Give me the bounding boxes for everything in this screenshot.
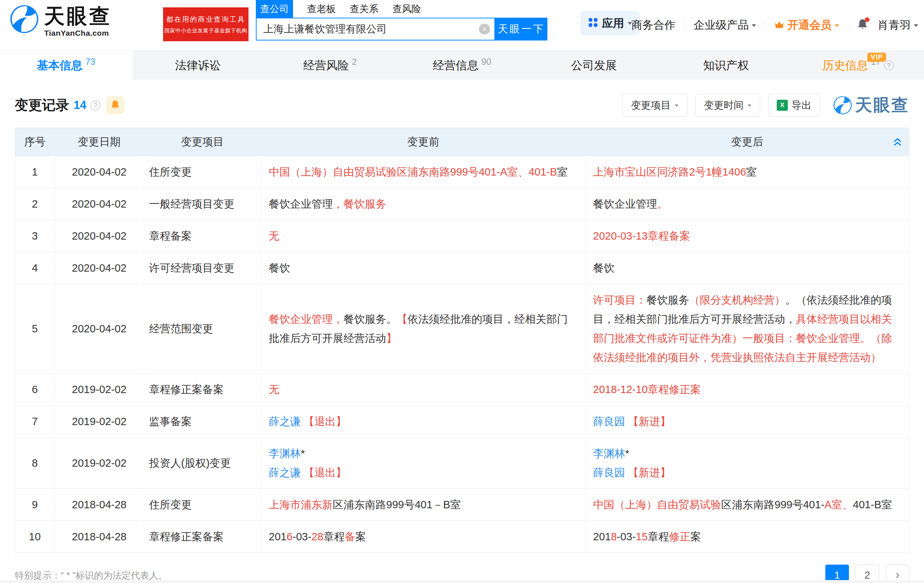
change-date-cell: 2020-04-02 [55,252,144,284]
diff-text: 。 [657,198,668,210]
help-icon[interactable]: ? [91,100,101,110]
chevron-down-icon [914,24,918,29]
tab-operation-risk[interactable]: 经营风险2 [264,51,396,80]
filter-change-time-dropdown[interactable]: 变更时间 [695,94,760,117]
export-button[interactable]: X 导出 [768,94,820,117]
search-tab-company[interactable]: 查公司 [256,0,293,18]
promo-line1: 都在用的商业查询工具 [167,15,246,24]
user-name: 肖青羽 [878,18,911,33]
logo-title: 天眼查 [44,5,112,28]
tab-company-development[interactable]: 公司发展 [528,51,660,80]
tab-history-info[interactable]: VIP 历史信息17 ? [792,51,924,80]
diff-text: 室 [557,166,568,178]
change-item-cell: 章程备案 [144,220,261,252]
diff-text: 【新进】 [625,467,671,478]
diff-text: 区浦东南路999号401- [721,499,824,511]
company-tab-bar: 基本信息73 法律诉讼 经营风险2 经营信息90 公司发展 知识产权 VIP 历… [0,50,924,80]
change-after-cell: 上海市宝山区同济路2号1幢1406室 [586,156,909,188]
diff-text: 章程 [648,531,669,542]
search-button[interactable]: 天眼一下 [495,18,548,41]
diff-text: 201 [593,531,611,542]
help-icon[interactable]: ? [884,60,894,70]
vip-badge: VIP [867,53,886,62]
diff-text: （限分支机构经营） [689,294,785,306]
tab-intellectual-property[interactable]: 知识产权 [660,51,792,80]
row-index-cell: 6 [15,374,55,405]
change-after-cell: 2018-12-10章程修正案 [586,374,909,405]
nav-business-cooperation[interactable]: 商务合作 [631,18,675,33]
diff-text: 备 [345,531,355,542]
nav-open-vip[interactable]: 开通会员 [774,18,839,33]
nav-enterprise-products[interactable]: 企业级产品 [693,18,756,33]
diff-text: * [625,448,629,459]
person-link[interactable]: 薛之谦 [269,467,301,478]
apps-label: 应用 [602,16,624,31]
change-before-cell: 中国（上海）自由贸易试验区浦东南路999号401-A室、401-B室 [261,156,586,188]
search-tab-risk[interactable]: 查风险 [393,0,421,18]
change-after-cell: 餐饮企业管理。 [586,188,909,220]
subscribe-bell-button[interactable] [106,96,124,114]
chevron-down-icon [835,24,839,29]
person-link[interactable]: 薛之谦 [269,415,301,427]
tab-legal-proceedings[interactable]: 法律诉讼 [132,51,264,80]
notification-bell-icon[interactable] [857,19,868,32]
change-date-cell: 2018-04-28 [55,489,144,521]
search-input[interactable] [256,18,495,41]
row-index-cell: 10 [15,521,55,553]
apps-menu[interactable]: 应用 [581,11,639,35]
record-count: 14 [74,99,86,112]
change-item-cell: 章程修正案备案 [144,374,261,405]
table-header-row: 序号 变更日期 变更项目 变更前 变更后 [15,128,909,156]
change-after-cell: 李渊林*薛良园 【新进】 [586,438,909,489]
section-header: 变更记录 14 ? 变更项目 变更时间 X 导出 天眼查 [15,94,909,117]
diff-text: 8 [611,531,617,542]
row-index-cell: 9 [15,489,55,521]
diff-text: * [301,448,305,459]
diff-text: 】 [386,333,397,344]
collapse-icon[interactable] [892,137,903,150]
diff-text: 【退出】 [301,467,346,478]
tianyancha-logo[interactable]: 天眼查 TianYanCha.com [10,5,112,38]
search-tab-boss[interactable]: 查老板 [307,0,336,18]
diff-text: 室 [746,166,757,178]
change-after-cell: 许可项目：餐饮服务（限分支机构经营）。（依法须经批准的项目，经相关部门批准后方可… [586,284,909,374]
col-header-date: 变更日期 [55,128,144,156]
diff-text: A室、 [824,499,853,511]
tab-basic-info[interactable]: 基本信息73 [0,51,132,80]
header-nav: 商务合作 企业级产品 开通会员 肖青羽 [631,0,918,50]
change-date-cell: 2019-02-02 [55,374,144,405]
diff-text: 上海市浦东新 [269,499,333,511]
filter-change-item-dropdown[interactable]: 变更项目 [622,94,687,117]
search-tabs: 查公司 查老板 查关系 查风险 [256,0,548,18]
change-date-cell: 2020-04-02 [55,284,144,374]
change-before-cell: 无 [261,374,586,405]
watermark-text: 天眼查 [855,94,909,117]
col-header-item: 变更项目 [144,128,261,156]
clear-search-icon[interactable]: × [479,23,490,35]
apps-grid-icon [588,17,598,29]
person-link[interactable]: 李渊林 [269,448,301,459]
search-tab-relation[interactable]: 查关系 [350,0,378,18]
change-item-cell: 许可经营项目变更 [144,252,261,284]
change-item-cell: 住所变更 [144,156,261,188]
person-link[interactable]: 薛良园 [593,467,625,478]
diff-text: 餐饮企业管理， [269,313,343,325]
change-item-cell: 住所变更 [144,489,261,521]
diff-text: 【退出】 [301,415,346,427]
diff-text: 上海市宝山区同济路2号1幢1406 [593,166,746,178]
user-menu[interactable]: 肖青羽 [878,18,918,33]
diff-text: 餐饮 [269,262,290,274]
person-link[interactable]: 薛良园 [593,415,625,427]
change-before-cell: 餐饮 [261,252,586,284]
diff-text: 无 [269,384,279,395]
crown-icon [774,19,784,32]
row-index-cell: 5 [15,284,55,374]
change-after-cell: 2018-03-15章程修正案 [586,521,909,553]
tab-operation-info[interactable]: 经营信息90 [396,51,528,80]
change-table-body: 12020-04-02住所变更中国（上海）自由贸易试验区浦东南路999号401-… [15,156,909,553]
person-link[interactable]: 李渊林 [593,448,625,459]
diff-text: 15 [636,531,648,542]
diff-text: 修正 [669,531,690,542]
diff-text: 案 [690,531,701,542]
diff-text: 餐饮服务 [647,294,689,306]
